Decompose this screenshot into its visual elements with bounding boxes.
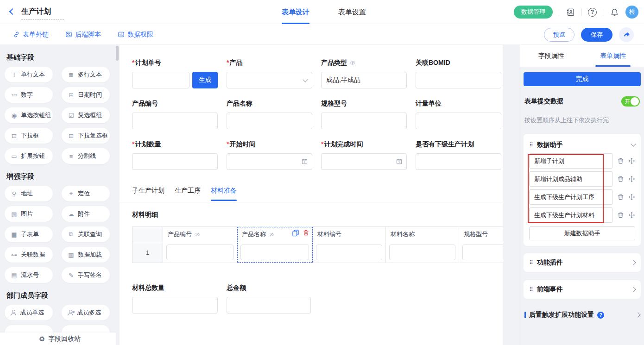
tab-material-preparation[interactable]: 材料准备 <box>211 187 237 201</box>
pill-label: 成员单选 <box>20 308 44 317</box>
column-product-code[interactable]: 产品编号 <box>163 227 237 263</box>
field-pill-divider[interactable]: ≡分割线 <box>62 148 110 164</box>
cell-material-code-input[interactable] <box>316 245 382 260</box>
field-pill-multi-dropdown[interactable]: ⊟下拉复选框 <box>62 128 110 144</box>
delete-icon[interactable] <box>617 157 624 164</box>
done-button[interactable]: 完成 <box>524 72 641 86</box>
column-material-name[interactable]: 材料名称 <box>386 227 459 263</box>
product-name-input[interactable] <box>227 113 312 129</box>
back-icon[interactable] <box>9 8 16 15</box>
field-pill-image[interactable]: ▧图片 <box>5 206 53 222</box>
page-title[interactable]: 生产计划 <box>21 7 64 20</box>
assistant-item-add-plan-product-aux[interactable]: 新增计划成品辅助 <box>529 171 613 187</box>
drag-handle-icon[interactable]: ⠿ <box>529 286 533 293</box>
contacts-book-icon[interactable] <box>565 7 575 17</box>
frontend-events-card[interactable]: ⠿ 前端事件 <box>524 280 641 299</box>
tab-production-process[interactable]: 生产工序 <box>175 187 201 201</box>
field-pill-number[interactable]: 123数字 <box>5 87 53 103</box>
tab-form-settings[interactable]: 表单设置 <box>338 0 366 24</box>
spec-input[interactable] <box>321 113 407 129</box>
cell-product-code-input[interactable] <box>166 245 234 260</box>
chevron-down-icon[interactable] <box>631 141 636 146</box>
field-recycle-bin[interactable]: ♻ 字段回收站 <box>0 332 116 345</box>
help-icon[interactable]: ? <box>597 312 604 319</box>
field-pill-member-multi[interactable]: 成员多选 <box>62 305 110 320</box>
delete-column-icon[interactable] <box>303 229 309 237</box>
field-pill-serial-number[interactable]: ▤流水号 <box>5 267 53 283</box>
plan-no-input[interactable] <box>132 72 189 88</box>
delete-icon[interactable] <box>617 212 624 219</box>
total-amount-input[interactable] <box>227 297 311 314</box>
move-icon[interactable] <box>628 194 635 201</box>
field-pill-data-load[interactable]: ▥数据加载 <box>62 247 110 263</box>
user-avatar[interactable]: 检 <box>625 6 638 19</box>
backend-script-link[interactable]: 后端脚本 <box>65 31 101 39</box>
tab-form-design[interactable]: 表单设计 <box>282 0 309 24</box>
field-pill-signature[interactable]: ✎手写签名 <box>62 267 110 283</box>
pill-label: 分割线 <box>78 152 96 160</box>
field-pill-attachment[interactable]: ☁附件 <box>62 206 110 222</box>
tab-field-properties[interactable]: 字段属性 <box>520 45 582 67</box>
chevron-right-icon[interactable] <box>635 312 640 317</box>
field-pill-dropdown[interactable]: ⊡下拉框 <box>5 128 53 144</box>
new-data-assistant-button[interactable]: 新建数据助手 <box>529 226 635 240</box>
bom-id-input[interactable] <box>416 72 501 88</box>
cell-material-name-input[interactable] <box>389 245 455 260</box>
field-pill-location[interactable]: ⌖定位 <box>62 186 110 201</box>
field-pill-member-single[interactable]: 成员单选 <box>5 305 53 320</box>
preview-button[interactable]: 预览 <box>544 28 575 42</box>
post-trigger-settings-link[interactable]: 后置触发扩展功能设置 ? <box>524 311 641 319</box>
finish-time-input[interactable] <box>321 153 407 170</box>
move-icon[interactable] <box>628 157 635 164</box>
assistant-item-generate-sub-plan-material[interactable]: 生成下级生产计划材料 <box>529 207 613 223</box>
column-spec[interactable]: 规格型号 <box>459 227 503 263</box>
field-finish-time: *计划完成时间 <box>321 139 407 170</box>
submit-toggle[interactable]: 开 <box>621 96 640 107</box>
move-icon[interactable] <box>628 176 635 182</box>
data-permission-link[interactable]: 数据权限 <box>118 31 153 39</box>
field-pill-extend-button[interactable]: ▭扩展按钮 <box>5 148 53 164</box>
product-select[interactable] <box>227 72 312 88</box>
start-time-input[interactable] <box>227 153 312 170</box>
product-code-input[interactable] <box>132 113 218 129</box>
chevron-right-icon[interactable] <box>631 260 636 265</box>
assistant-item-add-sub-plan[interactable]: 新增子计划 <box>529 153 613 169</box>
tab-form-properties[interactable]: 表单属性 <box>582 45 644 67</box>
field-pill-address[interactable]: ⚲地址 <box>5 186 53 201</box>
field-pill-subform[interactable]: ▦子表单 <box>5 226 53 242</box>
assistant-item-generate-sub-plan-process[interactable]: 生成下级生产计划工序 <box>529 189 613 205</box>
cell-spec-input[interactable] <box>462 245 503 260</box>
field-pill-radio-group[interactable]: ◉单选按钮组 <box>5 107 53 123</box>
tab-sub-production-plan[interactable]: 子生产计划 <box>132 187 164 201</box>
cell-product-name-input[interactable] <box>240 245 309 260</box>
field-pill-linked-data[interactable]: ⊶关联数据 <box>5 247 53 263</box>
column-material-code[interactable]: 材料编号 <box>313 227 386 263</box>
unit-input[interactable] <box>416 113 501 129</box>
move-icon[interactable] <box>628 212 635 219</box>
field-pill-multi-line-text[interactable]: ≣多行文本 <box>62 67 110 82</box>
data-manage-button[interactable]: 数据管理 <box>514 6 553 19</box>
sidebar-scrollbar[interactable] <box>116 46 119 61</box>
column-product-name-selected[interactable]: 产品名称 <box>237 227 313 263</box>
field-pill-single-line-text[interactable]: T单行文本 <box>5 67 53 82</box>
material-total-qty-input[interactable] <box>132 297 218 314</box>
product-type-input[interactable] <box>321 72 407 88</box>
help-icon[interactable]: ? <box>588 8 597 17</box>
function-plugins-card[interactable]: ⠿ 功能插件 <box>524 253 641 272</box>
field-pill-linked-query[interactable]: ⧉关联查询 <box>62 226 110 242</box>
save-button[interactable]: 保存 <box>581 28 612 42</box>
delete-icon[interactable] <box>617 194 624 201</box>
delete-icon[interactable] <box>617 176 624 182</box>
form-external-link[interactable]: 表单外链 <box>13 31 49 39</box>
notification-bell-icon[interactable] <box>609 7 619 17</box>
share-button[interactable] <box>619 27 634 42</box>
copy-column-icon[interactable] <box>292 229 299 237</box>
has-sub-plan-input[interactable] <box>416 153 501 170</box>
plan-qty-input[interactable] <box>132 153 218 170</box>
chevron-right-icon[interactable] <box>631 287 636 292</box>
field-pill-datetime[interactable]: ⊞日期时间 <box>62 87 110 103</box>
drag-handle-icon[interactable]: ⠿ <box>529 259 533 266</box>
generate-button[interactable]: 生成 <box>192 72 218 88</box>
drag-handle-icon[interactable]: ⠿ <box>529 142 533 148</box>
field-pill-checkbox-group[interactable]: ☑复选框组 <box>62 107 110 123</box>
